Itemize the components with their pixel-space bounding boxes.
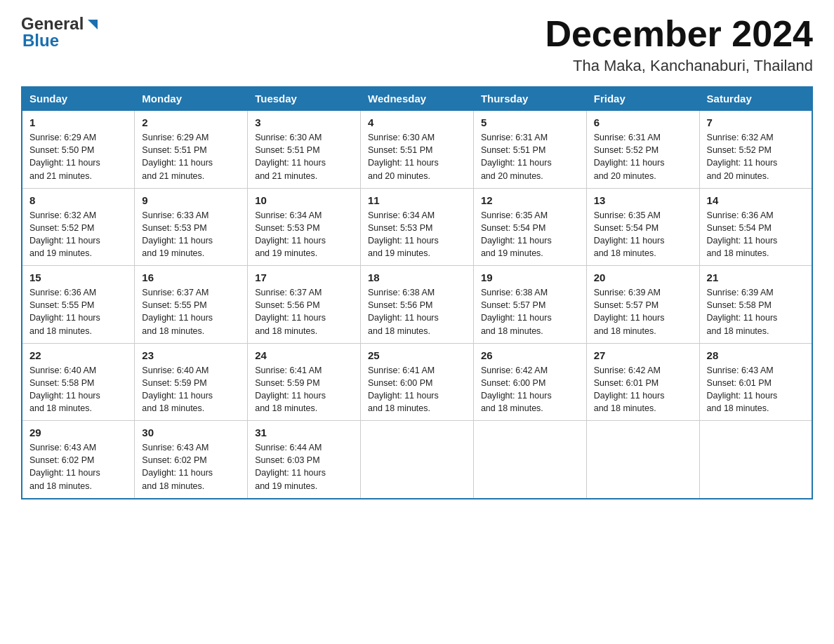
table-row: 21Sunrise: 6:39 AMSunset: 5:58 PMDayligh… — [699, 266, 812, 344]
day-number: 13 — [594, 194, 692, 206]
day-number: 12 — [481, 194, 579, 206]
day-info: Sunrise: 6:38 AMSunset: 5:56 PMDaylight:… — [368, 286, 466, 337]
table-row — [699, 421, 812, 499]
day-number: 20 — [594, 271, 692, 283]
day-info: Sunrise: 6:33 AMSunset: 5:53 PMDaylight:… — [142, 209, 240, 260]
table-row: 4Sunrise: 6:30 AMSunset: 5:51 PMDaylight… — [361, 111, 474, 189]
day-info: Sunrise: 6:31 AMSunset: 5:52 PMDaylight:… — [594, 131, 692, 182]
table-row: 6Sunrise: 6:31 AMSunset: 5:52 PMDaylight… — [586, 111, 699, 189]
day-info: Sunrise: 6:41 AMSunset: 6:00 PMDaylight:… — [368, 364, 466, 415]
calendar-header-row: Sunday Monday Tuesday Wednesday Thursday… — [22, 87, 812, 111]
day-number: 4 — [368, 116, 466, 128]
day-info: Sunrise: 6:29 AMSunset: 5:51 PMDaylight:… — [142, 131, 240, 182]
day-number: 10 — [255, 194, 353, 206]
day-info: Sunrise: 6:32 AMSunset: 5:52 PMDaylight:… — [707, 131, 805, 182]
table-row: 31Sunrise: 6:44 AMSunset: 6:03 PMDayligh… — [248, 421, 361, 499]
day-info: Sunrise: 6:42 AMSunset: 6:00 PMDaylight:… — [481, 364, 579, 415]
calendar-week-row: 8Sunrise: 6:32 AMSunset: 5:52 PMDaylight… — [22, 188, 812, 266]
day-info: Sunrise: 6:37 AMSunset: 5:55 PMDaylight:… — [142, 286, 240, 337]
table-row: 22Sunrise: 6:40 AMSunset: 5:58 PMDayligh… — [22, 343, 135, 421]
day-info: Sunrise: 6:40 AMSunset: 5:58 PMDaylight:… — [29, 364, 127, 415]
day-number: 5 — [481, 116, 579, 128]
day-info: Sunrise: 6:41 AMSunset: 5:59 PMDaylight:… — [255, 364, 353, 415]
day-number: 19 — [481, 271, 579, 283]
day-info: Sunrise: 6:31 AMSunset: 5:51 PMDaylight:… — [481, 131, 579, 182]
table-row: 24Sunrise: 6:41 AMSunset: 5:59 PMDayligh… — [248, 343, 361, 421]
day-info: Sunrise: 6:43 AMSunset: 6:02 PMDaylight:… — [142, 441, 240, 492]
day-info: Sunrise: 6:29 AMSunset: 5:50 PMDaylight:… — [29, 131, 127, 182]
day-number: 15 — [29, 271, 127, 283]
title-block: December 2024 Tha Maka, Kanchanaburi, Th… — [545, 14, 813, 75]
day-number: 16 — [142, 271, 240, 283]
day-info: Sunrise: 6:44 AMSunset: 6:03 PMDaylight:… — [255, 441, 353, 492]
table-row: 19Sunrise: 6:38 AMSunset: 5:57 PMDayligh… — [473, 266, 586, 344]
day-number: 28 — [707, 349, 805, 361]
day-number: 21 — [707, 271, 805, 283]
table-row: 16Sunrise: 6:37 AMSunset: 5:55 PMDayligh… — [135, 266, 248, 344]
calendar-week-row: 1Sunrise: 6:29 AMSunset: 5:50 PMDaylight… — [22, 111, 812, 189]
day-number: 30 — [142, 427, 240, 438]
day-info: Sunrise: 6:36 AMSunset: 5:55 PMDaylight:… — [29, 286, 127, 337]
day-info: Sunrise: 6:34 AMSunset: 5:53 PMDaylight:… — [368, 209, 466, 260]
table-row: 17Sunrise: 6:37 AMSunset: 5:56 PMDayligh… — [248, 266, 361, 344]
day-info: Sunrise: 6:39 AMSunset: 5:57 PMDaylight:… — [594, 286, 692, 337]
day-number: 14 — [707, 194, 805, 206]
table-row: 2Sunrise: 6:29 AMSunset: 5:51 PMDaylight… — [135, 111, 248, 189]
sub-title: Tha Maka, Kanchanaburi, Thailand — [545, 57, 813, 75]
table-row: 11Sunrise: 6:34 AMSunset: 5:53 PMDayligh… — [361, 188, 474, 266]
day-info: Sunrise: 6:30 AMSunset: 5:51 PMDaylight:… — [255, 131, 353, 182]
table-row: 10Sunrise: 6:34 AMSunset: 5:53 PMDayligh… — [248, 188, 361, 266]
day-info: Sunrise: 6:37 AMSunset: 5:56 PMDaylight:… — [255, 286, 353, 337]
table-row: 12Sunrise: 6:35 AMSunset: 5:54 PMDayligh… — [473, 188, 586, 266]
col-friday: Friday — [586, 87, 699, 111]
table-row: 23Sunrise: 6:40 AMSunset: 5:59 PMDayligh… — [135, 343, 248, 421]
table-row — [361, 421, 474, 499]
table-row: 7Sunrise: 6:32 AMSunset: 5:52 PMDaylight… — [699, 111, 812, 189]
day-info: Sunrise: 6:40 AMSunset: 5:59 PMDaylight:… — [142, 364, 240, 415]
table-row: 27Sunrise: 6:42 AMSunset: 6:01 PMDayligh… — [586, 343, 699, 421]
logo: General Blue — [21, 14, 100, 51]
table-row: 5Sunrise: 6:31 AMSunset: 5:51 PMDaylight… — [473, 111, 586, 189]
logo-blue-text: Blue — [21, 31, 59, 51]
day-number: 9 — [142, 194, 240, 206]
day-number: 29 — [29, 427, 127, 438]
table-row — [586, 421, 699, 499]
table-row: 13Sunrise: 6:35 AMSunset: 5:54 PMDayligh… — [586, 188, 699, 266]
table-row: 20Sunrise: 6:39 AMSunset: 5:57 PMDayligh… — [586, 266, 699, 344]
table-row: 15Sunrise: 6:36 AMSunset: 5:55 PMDayligh… — [22, 266, 135, 344]
day-number: 1 — [29, 116, 127, 128]
svg-marker-0 — [88, 20, 98, 29]
day-info: Sunrise: 6:36 AMSunset: 5:54 PMDaylight:… — [707, 209, 805, 260]
day-number: 23 — [142, 349, 240, 361]
day-number: 26 — [481, 349, 579, 361]
calendar-table: Sunday Monday Tuesday Wednesday Thursday… — [21, 86, 813, 499]
main-title: December 2024 — [545, 14, 813, 54]
col-thursday: Thursday — [473, 87, 586, 111]
day-info: Sunrise: 6:35 AMSunset: 5:54 PMDaylight:… — [481, 209, 579, 260]
day-number: 25 — [368, 349, 466, 361]
col-tuesday: Tuesday — [248, 87, 361, 111]
day-number: 24 — [255, 349, 353, 361]
day-info: Sunrise: 6:43 AMSunset: 6:02 PMDaylight:… — [29, 441, 127, 492]
day-number: 17 — [255, 271, 353, 283]
table-row: 28Sunrise: 6:43 AMSunset: 6:01 PMDayligh… — [699, 343, 812, 421]
col-wednesday: Wednesday — [361, 87, 474, 111]
table-row: 26Sunrise: 6:42 AMSunset: 6:00 PMDayligh… — [473, 343, 586, 421]
table-row: 18Sunrise: 6:38 AMSunset: 5:56 PMDayligh… — [361, 266, 474, 344]
day-number: 8 — [29, 194, 127, 206]
day-number: 18 — [368, 271, 466, 283]
day-info: Sunrise: 6:42 AMSunset: 6:01 PMDaylight:… — [594, 364, 692, 415]
calendar-week-row: 15Sunrise: 6:36 AMSunset: 5:55 PMDayligh… — [22, 266, 812, 344]
table-row: 30Sunrise: 6:43 AMSunset: 6:02 PMDayligh… — [135, 421, 248, 499]
day-number: 3 — [255, 116, 353, 128]
day-number: 2 — [142, 116, 240, 128]
table-row: 14Sunrise: 6:36 AMSunset: 5:54 PMDayligh… — [699, 188, 812, 266]
col-monday: Monday — [135, 87, 248, 111]
day-number: 31 — [255, 427, 353, 438]
day-number: 27 — [594, 349, 692, 361]
day-number: 11 — [368, 194, 466, 206]
table-row: 25Sunrise: 6:41 AMSunset: 6:00 PMDayligh… — [361, 343, 474, 421]
calendar-week-row: 29Sunrise: 6:43 AMSunset: 6:02 PMDayligh… — [22, 421, 812, 499]
table-row: 1Sunrise: 6:29 AMSunset: 5:50 PMDaylight… — [22, 111, 135, 189]
table-row: 8Sunrise: 6:32 AMSunset: 5:52 PMDaylight… — [22, 188, 135, 266]
